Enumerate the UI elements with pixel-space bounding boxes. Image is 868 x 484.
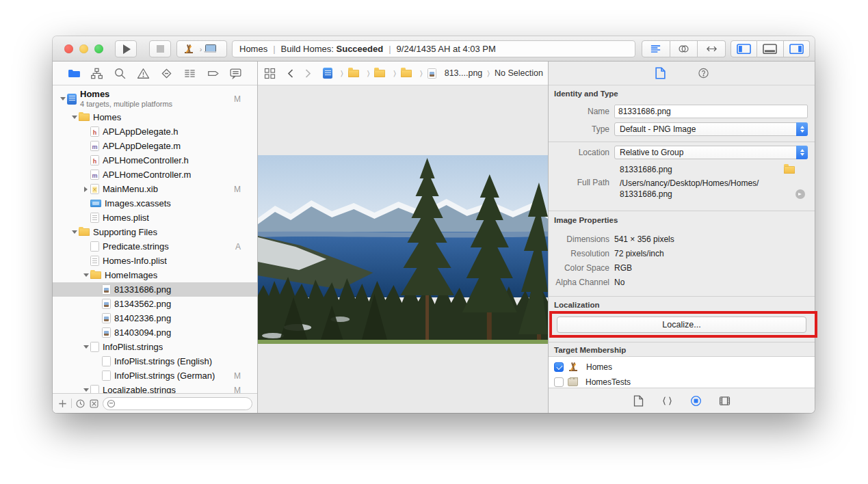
activity-separator: | bbox=[383, 44, 396, 54]
debug-navigator-icon[interactable] bbox=[183, 66, 196, 80]
target-name: Homes bbox=[586, 362, 612, 372]
choose-folder-icon[interactable] bbox=[784, 166, 795, 174]
file-row[interactable]: Predicate.stringsA bbox=[53, 239, 257, 254]
location-file-name: 81331686.png bbox=[620, 165, 672, 174]
chevron-right-icon: 〉 bbox=[341, 69, 343, 78]
run-button[interactable] bbox=[115, 40, 137, 57]
target-checkbox[interactable] bbox=[554, 377, 564, 387]
file-row[interactable]: APLHomeController.m bbox=[53, 167, 257, 182]
quick-help-icon[interactable] bbox=[698, 67, 709, 79]
assistant-editor-icon[interactable] bbox=[670, 40, 698, 57]
standard-editor-icon[interactable] bbox=[642, 40, 670, 57]
file-row[interactable]: Homes bbox=[53, 110, 257, 124]
file-row[interactable]: InfoPlist.strings (English) bbox=[53, 354, 257, 368]
activity-viewer[interactable]: Homes | Build Homes: Succeeded | 9/24/14… bbox=[232, 40, 635, 57]
file-row[interactable]: APLAppDelegate.h bbox=[53, 124, 257, 139]
stop-icon bbox=[157, 45, 164, 53]
disclosure-triangle-icon[interactable] bbox=[70, 230, 79, 234]
property-value: No bbox=[614, 278, 624, 287]
location-dropdown[interactable]: Relative to Group bbox=[614, 146, 808, 159]
file-row[interactable]: Localizable.stringsM bbox=[53, 383, 257, 393]
add-item-button[interactable] bbox=[57, 399, 68, 409]
jumpbar-segment[interactable] bbox=[323, 68, 336, 79]
chevron-right-icon: › bbox=[199, 45, 203, 53]
file-name: 81331686.png bbox=[114, 284, 171, 295]
navigator-panel: Homes4 targets, multiple platformsMHomes… bbox=[53, 62, 258, 413]
type-label: Type bbox=[549, 124, 614, 134]
project-navigator-icon[interactable] bbox=[67, 66, 81, 80]
disclosure-triangle-icon[interactable] bbox=[81, 273, 90, 277]
show-navigator-icon[interactable] bbox=[731, 40, 757, 57]
show-utilities-icon[interactable] bbox=[784, 40, 810, 57]
activity-project: Homes bbox=[239, 44, 267, 54]
zoom-window-button[interactable] bbox=[94, 44, 103, 53]
open-in-finder-arrow-icon[interactable] bbox=[795, 189, 805, 199]
back-button[interactable] bbox=[285, 68, 297, 79]
report-navigator-icon[interactable] bbox=[229, 66, 243, 80]
file-row[interactable]: HomeImages bbox=[53, 268, 257, 282]
image-preview[interactable] bbox=[258, 155, 548, 344]
symbol-navigator-icon[interactable] bbox=[90, 66, 104, 80]
disclosure-triangle-icon[interactable] bbox=[81, 345, 90, 349]
file-row[interactable]: 81343562.png bbox=[53, 297, 257, 311]
disclosure-triangle-icon[interactable] bbox=[81, 187, 90, 192]
file-row[interactable]: 81403094.png bbox=[53, 325, 257, 340]
forward-button[interactable] bbox=[302, 68, 313, 79]
object-library-icon[interactable] bbox=[690, 395, 702, 407]
implementation-file-icon bbox=[90, 170, 99, 180]
jumpbar-segment[interactable]: No Selection bbox=[495, 68, 543, 78]
file-row[interactable]: Homes-Info.plist bbox=[53, 254, 257, 268]
scheme-selector[interactable]: › bbox=[176, 40, 227, 57]
filter-input[interactable] bbox=[118, 399, 248, 407]
file-row[interactable]: MainMenu.xibM bbox=[53, 182, 257, 196]
stop-button[interactable] bbox=[149, 40, 171, 57]
version-editor-icon[interactable] bbox=[698, 40, 726, 57]
file-row[interactable]: Homes.plist bbox=[53, 211, 257, 225]
file-row[interactable]: InfoPlist.strings (German)M bbox=[53, 368, 257, 383]
jumpbar-segment[interactable] bbox=[401, 70, 415, 77]
target-checkbox[interactable] bbox=[554, 362, 564, 372]
scm-status-filter-icon[interactable] bbox=[89, 399, 99, 409]
filter-field[interactable] bbox=[103, 397, 252, 410]
name-input[interactable] bbox=[614, 105, 808, 118]
minimize-window-button[interactable] bbox=[79, 44, 88, 53]
show-debug-area-icon[interactable] bbox=[757, 40, 783, 57]
file-tree: Homes4 targets, multiple platformsMHomes… bbox=[53, 85, 257, 393]
strings-file-icon bbox=[90, 342, 99, 352]
jumpbar-segment[interactable]: 813....png bbox=[428, 68, 483, 79]
type-field-row: Type Default - PNG Image bbox=[549, 122, 808, 136]
implementation-file-icon bbox=[90, 141, 99, 151]
file-row[interactable]: 81331686.png bbox=[53, 282, 257, 297]
type-dropdown[interactable]: Default - PNG Image bbox=[614, 122, 808, 136]
status-badge: M bbox=[234, 94, 257, 104]
file-row[interactable]: Images.xcassets bbox=[53, 196, 257, 211]
breakpoint-navigator-icon[interactable] bbox=[206, 66, 220, 80]
window-content: Homes4 targets, multiple platformsMHomes… bbox=[53, 62, 815, 413]
project-file-icon bbox=[323, 68, 332, 79]
jumpbar-segment[interactable] bbox=[374, 70, 389, 77]
file-row[interactable]: Homes4 targets, multiple platformsM bbox=[53, 88, 257, 110]
chevron-right-icon: 〉 bbox=[393, 69, 396, 78]
jumpbar-segment[interactable] bbox=[348, 70, 363, 77]
file-inspector-icon[interactable] bbox=[655, 67, 666, 79]
file-row[interactable]: APLAppDelegate.m bbox=[53, 139, 257, 153]
jumpbar-segment-label: 813....png bbox=[445, 68, 483, 78]
recent-files-filter-icon[interactable] bbox=[75, 399, 86, 409]
test-navigator-icon[interactable] bbox=[159, 66, 173, 80]
file-row[interactable]: APLHomeController.h bbox=[53, 153, 257, 167]
file-row[interactable]: InfoPlist.strings bbox=[53, 340, 257, 354]
disclosure-triangle-icon[interactable] bbox=[70, 116, 79, 119]
strings-file-icon bbox=[90, 241, 99, 252]
file-row[interactable]: 81402336.png bbox=[53, 311, 257, 325]
close-window-button[interactable] bbox=[64, 44, 73, 53]
file-row[interactable]: Supporting Files bbox=[53, 225, 257, 239]
disclosure-triangle-icon[interactable] bbox=[81, 388, 90, 392]
target-membership-row: HomesTests bbox=[554, 375, 809, 388]
issue-navigator-icon[interactable] bbox=[137, 66, 150, 80]
code-snippet-library-icon[interactable] bbox=[661, 395, 673, 407]
search-navigator-icon[interactable] bbox=[114, 66, 127, 80]
related-items-icon[interactable] bbox=[264, 68, 276, 79]
disclosure-triangle-icon[interactable] bbox=[58, 97, 67, 100]
file-template-library-icon[interactable] bbox=[633, 395, 644, 407]
media-library-icon[interactable] bbox=[719, 395, 731, 407]
